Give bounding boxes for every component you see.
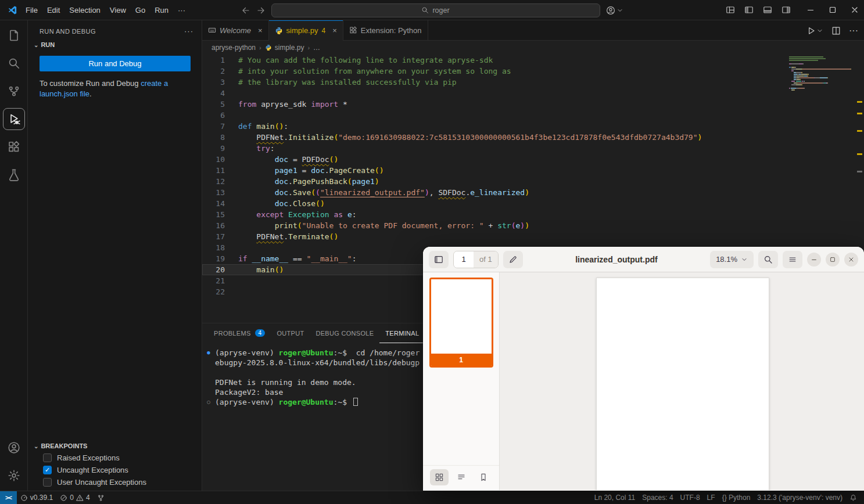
code-line[interactable]: 7def main(): bbox=[202, 121, 864, 132]
line-number[interactable]: 5 bbox=[202, 99, 238, 110]
status-spaces-4[interactable]: Spaces: 4 bbox=[639, 491, 676, 504]
search-input[interactable]: roger bbox=[271, 3, 600, 17]
code-line[interactable]: 9 try: bbox=[202, 143, 864, 154]
status-3-12-3-apryse-venv-venv[interactable]: 3.12.3 ('apryse-venv': venv) bbox=[754, 491, 846, 504]
bookmarks-view-button[interactable] bbox=[474, 469, 493, 485]
line-number[interactable]: 21 bbox=[202, 275, 238, 286]
code-line[interactable]: 12 doc.PagePushBack(page1) bbox=[202, 176, 864, 187]
line-number[interactable]: 6 bbox=[202, 110, 238, 121]
line-number[interactable]: 2 bbox=[202, 66, 238, 77]
menu-edit[interactable]: Edit bbox=[42, 4, 64, 16]
activity-search[interactable] bbox=[0, 49, 28, 77]
menu-more[interactable]: ··· bbox=[173, 4, 190, 16]
tab-simple-py[interactable]: simple.py4× bbox=[269, 20, 343, 41]
code-line[interactable]: 5from apryse_sdk import * bbox=[202, 99, 864, 110]
status-utf-8[interactable]: UTF-8 bbox=[677, 491, 704, 504]
split-editor-icon[interactable] bbox=[831, 26, 841, 35]
run-python-file-button[interactable] bbox=[806, 26, 823, 35]
pdf-close-button[interactable] bbox=[844, 253, 858, 267]
code-line[interactable]: 2# into your solution from anywhere on y… bbox=[202, 66, 864, 77]
code-line[interactable]: 10 doc = PDFDoc() bbox=[202, 154, 864, 165]
code-line[interactable]: 15 except Exception as e: bbox=[202, 209, 864, 220]
toggle-sidebar-icon[interactable] bbox=[744, 5, 754, 15]
line-number[interactable]: 22 bbox=[202, 286, 238, 297]
panel-tab-terminal[interactable]: TERMINAL bbox=[379, 323, 425, 343]
more-actions-icon[interactable]: ··· bbox=[184, 27, 193, 35]
code-line[interactable]: 6 bbox=[202, 110, 864, 121]
line-number[interactable]: 14 bbox=[202, 198, 238, 209]
code-line[interactable]: 11 page1 = doc.PageCreate() bbox=[202, 165, 864, 176]
breakpoint-item[interactable]: Raised Exceptions bbox=[28, 452, 202, 464]
breadcrumb-item[interactable]: … bbox=[313, 44, 320, 52]
breadcrumb-item[interactable]: simple.py bbox=[265, 44, 304, 52]
menu-view[interactable]: View bbox=[105, 4, 131, 16]
fork-status[interactable] bbox=[94, 491, 108, 504]
tab-extension-python[interactable]: Extension: Python bbox=[343, 20, 428, 40]
run-and-debug-button[interactable]: Run and Debug bbox=[40, 56, 191, 71]
zoom-control[interactable]: 18.1% bbox=[710, 251, 754, 268]
tab-welcome[interactable]: Welcome× bbox=[202, 20, 269, 40]
activity-source-control[interactable] bbox=[0, 77, 28, 105]
main-menu-button[interactable] bbox=[783, 251, 802, 268]
line-number[interactable]: 15 bbox=[202, 209, 238, 220]
breakpoint-item[interactable]: User Uncaught Exceptions bbox=[28, 476, 202, 488]
document-view[interactable] bbox=[500, 272, 864, 490]
close-icon[interactable]: × bbox=[258, 26, 263, 35]
line-number[interactable]: 11 bbox=[202, 165, 238, 176]
minimize-icon[interactable] bbox=[806, 5, 815, 15]
breakpoints-header[interactable]: ⌄ BREAKPOINTS bbox=[28, 440, 202, 452]
close-icon[interactable]: × bbox=[332, 26, 337, 35]
minimap[interactable] bbox=[789, 56, 854, 95]
line-number[interactable]: 8 bbox=[202, 132, 238, 143]
menu-selection[interactable]: Selection bbox=[64, 4, 105, 16]
line-number[interactable]: 20 bbox=[202, 264, 238, 275]
activity-run-and-debug[interactable] bbox=[0, 105, 28, 133]
problems-status[interactable]: 0 4 bbox=[56, 491, 93, 504]
code-line[interactable]: 1# You can add the following line to int… bbox=[202, 55, 864, 66]
forward-icon[interactable] bbox=[256, 6, 266, 15]
menu-run[interactable]: Run bbox=[150, 4, 173, 16]
run-section-header[interactable]: ⌄ RUN bbox=[28, 39, 202, 50]
activity-extensions[interactable] bbox=[0, 133, 28, 161]
line-number[interactable]: 17 bbox=[202, 231, 238, 242]
toggle-secondary-sidebar-icon[interactable] bbox=[781, 5, 791, 15]
code-line[interactable]: 17 PDFNet.Terminate() bbox=[202, 231, 864, 242]
pdf-minimize-button[interactable] bbox=[807, 253, 821, 267]
code-line[interactable]: 8 PDFNet.Initialize("demo:1691630988022:… bbox=[202, 132, 864, 143]
code-line[interactable]: 13 doc.Save(("linearized_output.pdf"), S… bbox=[202, 187, 864, 198]
line-number[interactable]: 10 bbox=[202, 154, 238, 165]
line-number[interactable]: 3 bbox=[202, 77, 238, 88]
pdf-search-button[interactable] bbox=[758, 251, 778, 268]
menu-go[interactable]: Go bbox=[131, 4, 150, 16]
extension-version-status[interactable]: v0.39.1 bbox=[17, 491, 56, 504]
page-number-value[interactable]: 1 bbox=[454, 251, 474, 268]
breakpoint-checkbox[interactable] bbox=[43, 478, 52, 487]
sidebar-toggle-button[interactable] bbox=[429, 251, 449, 268]
code-line[interactable]: 3# the library was installed successfull… bbox=[202, 77, 864, 88]
activity-explorer[interactable] bbox=[0, 21, 28, 49]
breakpoint-checkbox[interactable] bbox=[43, 453, 52, 462]
breadcrumb-item[interactable]: apryse-python bbox=[211, 44, 256, 52]
line-number[interactable]: 7 bbox=[202, 121, 238, 132]
close-icon[interactable] bbox=[850, 5, 859, 15]
line-number[interactable]: 13 bbox=[202, 187, 238, 198]
toggle-panel-icon[interactable] bbox=[763, 5, 772, 15]
activity-testing[interactable] bbox=[0, 161, 28, 189]
panel-tab-output[interactable]: OUTPUT bbox=[271, 323, 310, 343]
code-line[interactable]: 16 print("Unable to create PDF document,… bbox=[202, 220, 864, 231]
line-number[interactable]: 4 bbox=[202, 88, 238, 99]
activity-account[interactable] bbox=[0, 434, 28, 462]
line-number[interactable]: 12 bbox=[202, 176, 238, 187]
panel-tab-debug-console[interactable]: DEBUG CONSOLE bbox=[310, 323, 379, 343]
line-number[interactable]: 19 bbox=[202, 253, 238, 264]
page-thumbnail[interactable]: 1 bbox=[429, 278, 493, 368]
line-number[interactable]: 16 bbox=[202, 220, 238, 231]
menu-file[interactable]: File bbox=[21, 4, 42, 16]
outline-view-button[interactable] bbox=[452, 469, 471, 485]
thumbnails-view-button[interactable] bbox=[430, 469, 449, 485]
code-line[interactable]: 4 bbox=[202, 88, 864, 99]
remote-indicator[interactable]: >< bbox=[0, 491, 17, 504]
line-number[interactable]: 18 bbox=[202, 242, 238, 253]
accounts-menu[interactable] bbox=[606, 6, 623, 15]
activity-settings[interactable] bbox=[0, 462, 28, 489]
